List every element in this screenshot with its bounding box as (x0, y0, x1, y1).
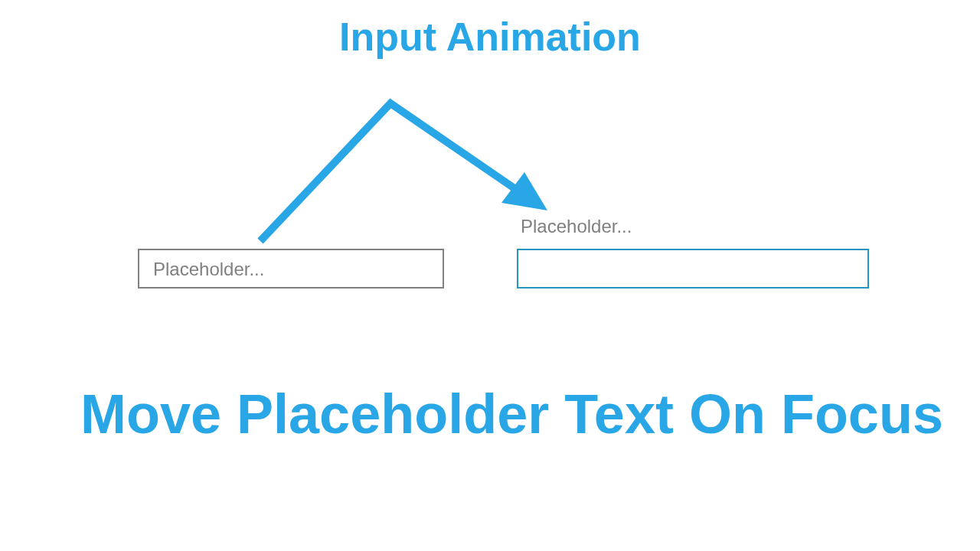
floated-placeholder-label: Placeholder... (521, 216, 632, 237)
svg-marker-0 (501, 172, 547, 210)
page-title: Input Animation (0, 14, 980, 60)
caption-text: Move Placeholder Text On Focus (80, 383, 943, 446)
unfocused-placeholder-label: Placeholder... (153, 259, 264, 280)
focused-input[interactable] (517, 249, 869, 289)
